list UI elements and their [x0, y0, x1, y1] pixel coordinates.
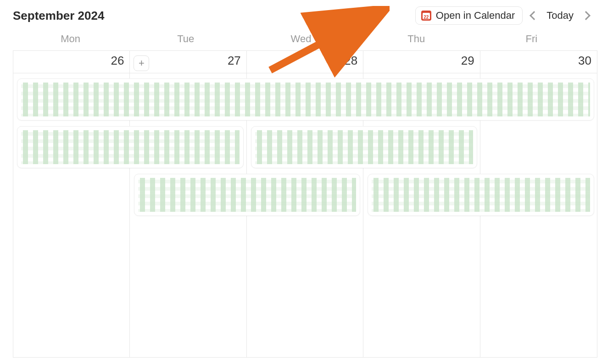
weekday-header-row: Mon Tue Wed Thu Fri [13, 33, 589, 50]
calendar-icon-day-number: 22 [424, 15, 429, 20]
redacted-content [21, 130, 240, 164]
calendar-event[interactable] [134, 174, 361, 216]
calendar-event[interactable] [17, 126, 244, 168]
next-week-button[interactable] [581, 11, 591, 20]
weekday-header: Tue [128, 33, 243, 45]
prev-week-button[interactable] [530, 11, 539, 20]
calendar-event[interactable] [251, 126, 478, 168]
weekday-header: Thu [359, 33, 474, 45]
weekday-header: Wed [243, 33, 358, 45]
calendar-icon: 22 [421, 11, 431, 21]
open-in-calendar-button[interactable]: 22 Open in Calendar [415, 6, 523, 25]
weekday-header: Mon [13, 33, 128, 45]
redacted-content [372, 178, 590, 212]
calendar-event[interactable] [368, 174, 594, 216]
calendar-grid: 26 + 27 28 29 30 [13, 50, 597, 358]
redacted-content [21, 83, 590, 116]
redacted-content [255, 130, 474, 164]
weekday-header: Fri [474, 33, 589, 45]
redacted-content [138, 178, 357, 212]
calendar-event[interactable] [17, 78, 594, 121]
events-layer [13, 51, 597, 357]
today-button[interactable]: Today [546, 10, 574, 22]
month-title: September 2024 [13, 9, 104, 23]
open-in-calendar-label: Open in Calendar [436, 10, 515, 22]
